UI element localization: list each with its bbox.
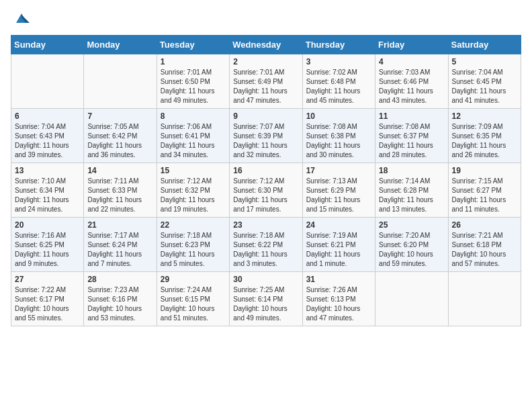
- calendar-cell: 13Sunrise: 7:10 AM Sunset: 6:34 PM Dayli…: [11, 163, 84, 218]
- day-info: Sunrise: 7:16 AM Sunset: 6:25 PM Dayligh…: [15, 231, 80, 269]
- calendar-week-row: 13Sunrise: 7:10 AM Sunset: 6:34 PM Dayli…: [11, 163, 521, 218]
- day-info: Sunrise: 7:02 AM Sunset: 6:48 PM Dayligh…: [306, 68, 371, 105]
- day-info: Sunrise: 7:19 AM Sunset: 6:21 PM Dayligh…: [306, 231, 371, 269]
- calendar-cell: [11, 54, 84, 109]
- day-number: 30: [233, 275, 298, 284]
- day-number: 15: [161, 166, 226, 175]
- day-number: 17: [306, 166, 371, 175]
- calendar-cell: 1Sunrise: 7:01 AM Sunset: 6:50 PM Daylig…: [157, 54, 229, 109]
- day-number: 23: [233, 220, 298, 230]
- calendar-cell: [84, 54, 157, 109]
- day-info: Sunrise: 7:18 AM Sunset: 6:22 PM Dayligh…: [233, 231, 298, 269]
- day-info: Sunrise: 7:24 AM Sunset: 6:15 PM Dayligh…: [161, 285, 226, 323]
- day-info: Sunrise: 7:03 AM Sunset: 6:46 PM Dayligh…: [379, 68, 444, 105]
- day-info: Sunrise: 7:08 AM Sunset: 6:38 PM Dayligh…: [306, 122, 371, 160]
- day-info: Sunrise: 7:14 AM Sunset: 6:28 PM Dayligh…: [379, 177, 444, 214]
- calendar-cell: [375, 272, 448, 326]
- calendar-cell: 21Sunrise: 7:17 AM Sunset: 6:24 PM Dayli…: [84, 218, 157, 272]
- calendar-cell: 18Sunrise: 7:14 AM Sunset: 6:28 PM Dayli…: [375, 163, 448, 218]
- day-number: 26: [452, 220, 517, 230]
- day-number: 11: [379, 111, 444, 121]
- day-info: Sunrise: 7:08 AM Sunset: 6:37 PM Dayligh…: [379, 122, 444, 160]
- day-info: Sunrise: 7:26 AM Sunset: 6:13 PM Dayligh…: [306, 285, 371, 323]
- day-number: 6: [15, 111, 80, 121]
- day-info: Sunrise: 7:07 AM Sunset: 6:39 PM Dayligh…: [233, 122, 298, 160]
- day-number: 18: [379, 166, 444, 175]
- day-info: Sunrise: 7:11 AM Sunset: 6:33 PM Dayligh…: [87, 177, 152, 214]
- calendar-cell: 14Sunrise: 7:11 AM Sunset: 6:33 PM Dayli…: [84, 163, 157, 218]
- day-number: 21: [87, 220, 152, 230]
- calendar-cell: 26Sunrise: 7:21 AM Sunset: 6:18 PM Dayli…: [448, 218, 521, 272]
- calendar-cell: 15Sunrise: 7:12 AM Sunset: 6:32 PM Dayli…: [157, 163, 229, 218]
- day-info: Sunrise: 7:04 AM Sunset: 6:45 PM Dayligh…: [452, 68, 517, 105]
- day-info: Sunrise: 7:05 AM Sunset: 6:42 PM Dayligh…: [87, 122, 152, 160]
- calendar-cell: 25Sunrise: 7:20 AM Sunset: 6:20 PM Dayli…: [375, 218, 448, 272]
- day-number: 13: [15, 166, 80, 175]
- day-number: 29: [161, 275, 226, 284]
- day-info: Sunrise: 7:01 AM Sunset: 6:50 PM Dayligh…: [161, 68, 226, 105]
- calendar-cell: 27Sunrise: 7:22 AM Sunset: 6:17 PM Dayli…: [11, 272, 84, 326]
- day-info: Sunrise: 7:22 AM Sunset: 6:17 PM Dayligh…: [15, 285, 80, 323]
- calendar-cell: 30Sunrise: 7:25 AM Sunset: 6:14 PM Dayli…: [230, 272, 302, 326]
- calendar-header-row: SundayMondayTuesdayWednesdayThursdayFrid…: [11, 36, 521, 54]
- day-of-week-header: Sunday: [11, 36, 84, 54]
- day-info: Sunrise: 7:04 AM Sunset: 6:43 PM Dayligh…: [15, 122, 80, 160]
- calendar-cell: 24Sunrise: 7:19 AM Sunset: 6:21 PM Dayli…: [302, 218, 375, 272]
- day-number: 2: [233, 57, 298, 66]
- day-number: 27: [15, 275, 80, 284]
- day-number: 3: [306, 57, 371, 66]
- day-of-week-header: Wednesday: [230, 36, 302, 54]
- day-info: Sunrise: 7:20 AM Sunset: 6:20 PM Dayligh…: [379, 231, 444, 269]
- day-number: 7: [87, 111, 152, 121]
- calendar-cell: 23Sunrise: 7:18 AM Sunset: 6:22 PM Dayli…: [230, 218, 302, 272]
- day-number: 1: [161, 57, 226, 66]
- calendar-cell: 16Sunrise: 7:12 AM Sunset: 6:30 PM Dayli…: [230, 163, 302, 218]
- calendar-cell: 5Sunrise: 7:04 AM Sunset: 6:45 PM Daylig…: [448, 54, 521, 109]
- calendar-cell: 29Sunrise: 7:24 AM Sunset: 6:15 PM Dayli…: [157, 272, 229, 326]
- calendar-cell: 19Sunrise: 7:15 AM Sunset: 6:27 PM Dayli…: [448, 163, 521, 218]
- calendar-cell: 28Sunrise: 7:23 AM Sunset: 6:16 PM Dayli…: [84, 272, 157, 326]
- day-of-week-header: Friday: [375, 36, 448, 54]
- day-of-week-header: Saturday: [448, 36, 521, 54]
- day-number: 25: [379, 220, 444, 230]
- day-number: 19: [452, 166, 517, 175]
- day-info: Sunrise: 7:06 AM Sunset: 6:41 PM Dayligh…: [161, 122, 226, 160]
- day-info: Sunrise: 7:12 AM Sunset: 6:32 PM Dayligh…: [161, 177, 226, 214]
- day-of-week-header: Thursday: [302, 36, 375, 54]
- calendar-cell: 2Sunrise: 7:01 AM Sunset: 6:49 PM Daylig…: [230, 54, 302, 109]
- calendar-cell: 10Sunrise: 7:08 AM Sunset: 6:38 PM Dayli…: [302, 109, 375, 163]
- calendar-week-row: 20Sunrise: 7:16 AM Sunset: 6:25 PM Dayli…: [11, 218, 521, 272]
- day-info: Sunrise: 7:18 AM Sunset: 6:23 PM Dayligh…: [161, 231, 226, 269]
- calendar-cell: 9Sunrise: 7:07 AM Sunset: 6:39 PM Daylig…: [230, 109, 302, 163]
- day-number: 8: [161, 111, 226, 121]
- day-number: 28: [87, 275, 152, 284]
- calendar-cell: 4Sunrise: 7:03 AM Sunset: 6:46 PM Daylig…: [375, 54, 448, 109]
- day-number: 22: [161, 220, 226, 230]
- day-of-week-header: Monday: [84, 36, 157, 54]
- day-number: 10: [306, 111, 371, 121]
- logo-icon: [12, 8, 31, 27]
- day-info: Sunrise: 7:15 AM Sunset: 6:27 PM Dayligh…: [452, 177, 517, 214]
- day-number: 4: [379, 57, 444, 66]
- day-number: 31: [306, 275, 371, 284]
- calendar-week-row: 1Sunrise: 7:01 AM Sunset: 6:50 PM Daylig…: [11, 54, 521, 109]
- day-number: 16: [233, 166, 298, 175]
- day-info: Sunrise: 7:13 AM Sunset: 6:29 PM Dayligh…: [306, 177, 371, 214]
- day-info: Sunrise: 7:10 AM Sunset: 6:34 PM Dayligh…: [15, 177, 80, 214]
- calendar-cell: [448, 272, 521, 326]
- calendar-cell: 31Sunrise: 7:26 AM Sunset: 6:13 PM Dayli…: [302, 272, 375, 326]
- day-info: Sunrise: 7:09 AM Sunset: 6:35 PM Dayligh…: [452, 122, 517, 160]
- logo: [11, 11, 31, 27]
- day-info: Sunrise: 7:12 AM Sunset: 6:30 PM Dayligh…: [233, 177, 298, 214]
- day-of-week-header: Tuesday: [157, 36, 229, 54]
- day-info: Sunrise: 7:21 AM Sunset: 6:18 PM Dayligh…: [452, 231, 517, 269]
- day-number: 12: [452, 111, 517, 121]
- day-info: Sunrise: 7:25 AM Sunset: 6:14 PM Dayligh…: [233, 285, 298, 323]
- day-number: 9: [233, 111, 298, 121]
- calendar-cell: 3Sunrise: 7:02 AM Sunset: 6:48 PM Daylig…: [302, 54, 375, 109]
- day-number: 20: [15, 220, 80, 230]
- calendar-cell: 11Sunrise: 7:08 AM Sunset: 6:37 PM Dayli…: [375, 109, 448, 163]
- day-info: Sunrise: 7:23 AM Sunset: 6:16 PM Dayligh…: [87, 285, 152, 323]
- calendar-cell: 8Sunrise: 7:06 AM Sunset: 6:41 PM Daylig…: [157, 109, 229, 163]
- calendar-cell: 12Sunrise: 7:09 AM Sunset: 6:35 PM Dayli…: [448, 109, 521, 163]
